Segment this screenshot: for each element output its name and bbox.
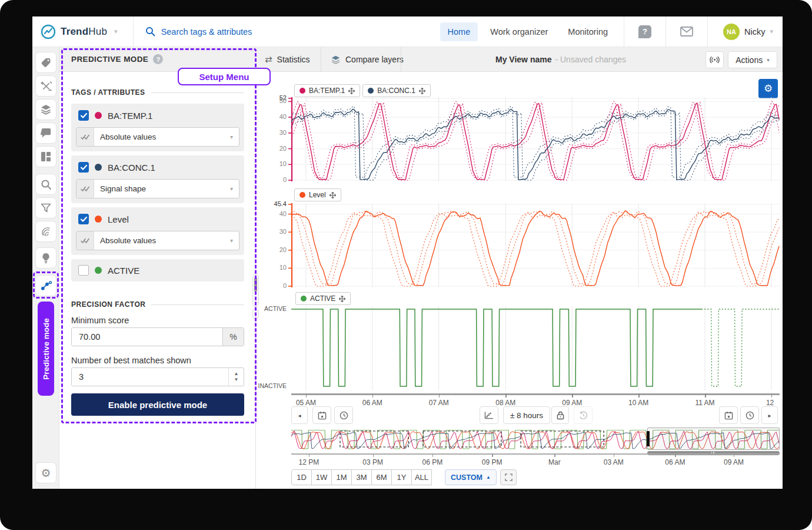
search-input[interactable] xyxy=(161,27,302,37)
pan-right-button[interactable]: ▸ xyxy=(761,406,778,424)
dashboards-tool-button[interactable] xyxy=(35,146,56,167)
mail-icon[interactable] xyxy=(680,26,693,37)
end-time-button[interactable] xyxy=(740,406,759,424)
zoom-custom-button[interactable]: CUSTOM▲ xyxy=(445,469,497,485)
chart3-legend: ACTIVE xyxy=(295,292,351,305)
time-axis: 05 AM06 AM07 AM08 AM09 AM10 AM11 AM12 PM xyxy=(291,393,780,408)
start-date-button[interactable] xyxy=(312,406,331,424)
selection-left-handle[interactable] xyxy=(647,431,650,446)
start-time-button[interactable] xyxy=(334,406,353,424)
match-mode-select[interactable]: Absolute values ▾ xyxy=(76,127,239,147)
panel-title: PREDICTIVE MODE xyxy=(71,55,148,64)
overview-selection-window[interactable] xyxy=(647,428,780,450)
legend-chip-level[interactable]: Level xyxy=(294,188,341,201)
move-icon[interactable] xyxy=(339,296,345,302)
chart3-plot[interactable] xyxy=(291,306,780,390)
enable-predictive-mode-button[interactable]: Enable predictive mode xyxy=(71,393,244,416)
tags-tool-button[interactable] xyxy=(35,52,56,73)
tag-label: ACTIVE xyxy=(108,266,139,276)
pan-left-button[interactable]: ◂ xyxy=(291,406,308,424)
percent-addon: % xyxy=(222,328,244,346)
tag-checkbox[interactable] xyxy=(78,265,89,276)
fingerprint-tool-button[interactable] xyxy=(35,221,56,242)
step-up-icon[interactable]: ▲ xyxy=(234,371,239,377)
predictive-mode-tab[interactable]: Predictive mode xyxy=(38,302,54,396)
move-icon[interactable] xyxy=(419,88,425,94)
ideas-tool-button[interactable] xyxy=(35,247,56,269)
end-date-button[interactable] xyxy=(719,406,738,424)
nav-monitoring[interactable]: Monitoring xyxy=(560,22,615,41)
panel-scrollbar[interactable] xyxy=(252,274,259,307)
broadcast-icon xyxy=(710,56,720,64)
move-icon[interactable] xyxy=(330,192,336,198)
brand-name: TrendHub xyxy=(61,26,107,38)
app-logo[interactable]: TrendHub ▾ xyxy=(32,24,126,39)
chart2-plot[interactable] xyxy=(291,203,780,287)
lock-range-button[interactable] xyxy=(551,406,569,424)
precision-section-label: PRECISION FACTOR xyxy=(71,300,244,309)
formulas-tool-button[interactable] xyxy=(35,75,56,97)
match-mode-value: Signal shape xyxy=(94,184,230,193)
zoom-3m-button[interactable]: 3M xyxy=(351,469,372,485)
fullscreen-button[interactable] xyxy=(500,469,517,485)
zoom-1y-button[interactable]: 1Y xyxy=(391,469,412,485)
zoom-1d-button[interactable]: 1D xyxy=(291,469,312,485)
broadcast-button[interactable] xyxy=(705,51,724,68)
tag-checkbox[interactable] xyxy=(78,214,89,224)
zoom-1w-button[interactable]: 1W xyxy=(311,469,332,485)
user-menu-caret-icon[interactable]: ▾ xyxy=(770,28,773,35)
nav-home[interactable]: Home xyxy=(440,22,478,41)
tag-label: BA:CONC.1 xyxy=(108,163,155,173)
chart-settings-button[interactable]: ⚙ xyxy=(758,79,778,98)
statistics-button[interactable]: ⇄ Statistics xyxy=(265,47,310,72)
zoom-1m-button[interactable]: 1M xyxy=(331,469,352,485)
stepper-control[interactable]: ▲▼ xyxy=(228,368,244,386)
match-mode-select[interactable]: Signal shape ▾ xyxy=(76,179,239,198)
time-range-button[interactable]: ± 8 hours xyxy=(503,406,550,424)
filter-tool-button[interactable] xyxy=(35,197,56,218)
min-score-field: % xyxy=(71,327,244,346)
brand-caret-icon[interactable]: ▾ xyxy=(114,28,118,35)
match-mode-select[interactable]: Absolute values ▾ xyxy=(76,231,239,250)
comments-tool-button[interactable] xyxy=(35,122,56,144)
zoom-all-button[interactable]: ALL xyxy=(411,469,432,485)
settings-tool-button[interactable]: ⚙ xyxy=(35,462,56,483)
user-avatar[interactable]: NA xyxy=(723,24,740,40)
step-down-icon[interactable]: ▼ xyxy=(234,377,239,383)
layers-tool-button[interactable] xyxy=(35,99,56,120)
history-button[interactable] xyxy=(574,406,593,424)
tag-checkbox[interactable] xyxy=(78,162,89,173)
move-icon[interactable] xyxy=(348,88,355,94)
overview-strip[interactable] xyxy=(291,429,780,450)
compare-layers-button[interactable]: Compare layers xyxy=(331,47,404,72)
global-search[interactable] xyxy=(134,26,302,37)
predictive-mode-tool-button[interactable] xyxy=(35,275,56,296)
zoom-6m-button[interactable]: 6M xyxy=(371,469,392,485)
min-score-input[interactable] xyxy=(72,328,222,346)
actions-button[interactable]: Actions▾ xyxy=(728,51,777,68)
trend-scale-button[interactable] xyxy=(480,406,498,424)
panel-help-icon[interactable]: ? xyxy=(153,54,163,64)
tag-color-dot xyxy=(95,164,102,171)
tag-color-dot xyxy=(95,267,102,274)
help-icon[interactable]: ? xyxy=(638,25,651,38)
panel-collapse-handle[interactable]: ✕ xyxy=(252,309,259,319)
view-status: - Unsaved changes xyxy=(555,55,626,64)
predictive-mode-tab-label: Predictive mode xyxy=(42,318,51,379)
double-check-icon xyxy=(76,128,94,146)
matches-input[interactable] xyxy=(72,368,228,386)
legend-chip-ba-temp1[interactable]: BA:TEMP.1 xyxy=(294,84,360,97)
user-name[interactable]: Nicky xyxy=(744,27,765,37)
zoom-preset-row: 1D 1W 1M 3M 6M 1Y ALL CUSTOM▲ xyxy=(291,469,517,485)
chart2-y-axis-labels: 45.4403020100 xyxy=(256,203,289,287)
tag-checkbox[interactable] xyxy=(78,110,89,121)
legend-label: ACTIVE xyxy=(310,294,335,303)
nav-work-organizer[interactable]: Work organizer xyxy=(482,22,555,41)
view-name: My View name xyxy=(495,55,551,64)
legend-label: BA:CONC.1 xyxy=(377,87,415,95)
chart1-plot[interactable] xyxy=(291,97,780,181)
expand-icon xyxy=(505,473,513,481)
search-data-tool-button[interactable] xyxy=(35,174,56,195)
legend-chip-active[interactable]: ACTIVE xyxy=(295,292,351,305)
legend-chip-ba-conc1[interactable]: BA:CONC.1 xyxy=(362,84,431,97)
